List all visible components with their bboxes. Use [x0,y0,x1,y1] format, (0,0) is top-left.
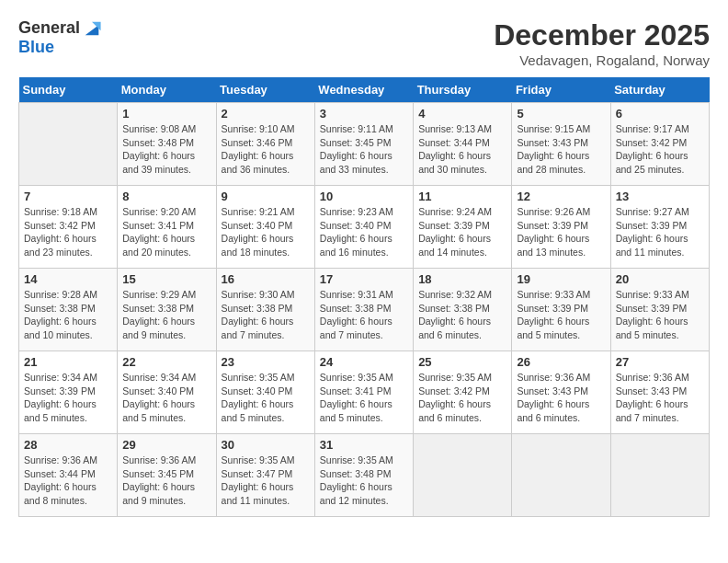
day-number: 25 [418,355,506,369]
day-info: Sunrise: 9:21 AMSunset: 3:40 PMDaylight:… [222,205,310,259]
calendar-cell: 9Sunrise: 9:21 AMSunset: 3:40 PMDaylight… [216,186,314,269]
day-number: 17 [320,272,408,286]
day-number: 8 [122,190,210,203]
day-number: 15 [122,272,210,286]
day-info: Sunrise: 9:31 AMSunset: 3:38 PMDaylight:… [320,288,408,342]
calendar-cell: 24Sunrise: 9:35 AMSunset: 3:41 PMDayligh… [314,351,413,434]
day-info: Sunrise: 9:17 AMSunset: 3:42 PMDaylight:… [616,122,704,177]
calendar-cell [414,434,512,517]
day-number: 13 [616,190,704,203]
calendar-body: 1Sunrise: 9:08 AMSunset: 3:48 PMDaylight… [19,103,710,517]
day-header-saturday: Saturday [610,77,709,103]
calendar-cell: 11Sunrise: 9:24 AMSunset: 3:39 PMDayligh… [414,186,512,269]
calendar-cell: 18Sunrise: 9:32 AMSunset: 3:38 PMDayligh… [414,269,512,351]
calendar-cell: 19Sunrise: 9:33 AMSunset: 3:39 PMDayligh… [512,269,610,351]
day-info: Sunrise: 9:35 AMSunset: 3:42 PMDaylight:… [418,371,506,425]
calendar-cell: 30Sunrise: 9:35 AMSunset: 3:47 PMDayligh… [216,434,314,517]
day-number: 30 [222,438,310,452]
calendar-cell: 16Sunrise: 9:30 AMSunset: 3:38 PMDayligh… [216,269,314,351]
calendar-cell: 6Sunrise: 9:17 AMSunset: 3:42 PMDaylight… [610,103,709,186]
logo-blue: Blue [18,39,102,57]
calendar-cell: 31Sunrise: 9:35 AMSunset: 3:48 PMDayligh… [314,434,413,517]
calendar-cell: 21Sunrise: 9:34 AMSunset: 3:39 PMDayligh… [19,351,118,434]
calendar-cell [610,434,709,517]
day-number: 3 [320,107,408,121]
week-row-4: 21Sunrise: 9:34 AMSunset: 3:39 PMDayligh… [19,351,710,434]
calendar-cell: 27Sunrise: 9:36 AMSunset: 3:43 PMDayligh… [610,351,709,434]
week-row-1: 1Sunrise: 9:08 AMSunset: 3:48 PMDaylight… [19,103,710,186]
week-row-3: 14Sunrise: 9:28 AMSunset: 3:38 PMDayligh… [19,269,710,351]
day-number: 22 [122,355,210,369]
day-number: 18 [418,272,506,286]
day-info: Sunrise: 9:28 AMSunset: 3:38 PMDaylight:… [24,288,112,342]
day-number: 6 [616,107,704,121]
day-number: 16 [222,272,310,286]
logo-general: General [18,19,80,38]
calendar-cell: 20Sunrise: 9:33 AMSunset: 3:39 PMDayligh… [610,269,709,351]
day-number: 23 [222,355,310,369]
calendar-cell: 13Sunrise: 9:27 AMSunset: 3:39 PMDayligh… [610,186,709,269]
day-info: Sunrise: 9:36 AMSunset: 3:43 PMDaylight:… [616,371,704,425]
day-info: Sunrise: 9:30 AMSunset: 3:38 PMDaylight:… [222,288,310,342]
day-number: 21 [24,355,112,369]
day-number: 7 [24,190,112,203]
day-info: Sunrise: 9:35 AMSunset: 3:41 PMDaylight:… [320,371,408,425]
calendar-header-row: SundayMondayTuesdayWednesdayThursdayFrid… [19,77,710,103]
day-header-wednesday: Wednesday [314,77,413,103]
logo-icon [82,18,102,39]
calendar-cell [19,103,118,186]
calendar-cell: 4Sunrise: 9:13 AMSunset: 3:44 PMDaylight… [414,103,512,186]
day-number: 11 [418,190,506,203]
day-number: 19 [517,272,605,286]
calendar-cell: 15Sunrise: 9:29 AMSunset: 3:38 PMDayligh… [118,269,216,351]
day-info: Sunrise: 9:13 AMSunset: 3:44 PMDaylight:… [418,122,506,177]
calendar-cell: 8Sunrise: 9:20 AMSunset: 3:41 PMDaylight… [118,186,216,269]
day-number: 12 [517,190,605,203]
day-header-monday: Monday [118,77,216,103]
logo: General Blue [18,18,102,57]
calendar-cell: 1Sunrise: 9:08 AMSunset: 3:48 PMDaylight… [118,103,216,186]
day-number: 24 [320,355,408,369]
calendar-cell: 22Sunrise: 9:34 AMSunset: 3:40 PMDayligh… [118,351,216,434]
day-info: Sunrise: 9:35 AMSunset: 3:47 PMDaylight:… [222,454,310,508]
svg-marker-0 [85,25,99,35]
day-info: Sunrise: 9:10 AMSunset: 3:46 PMDaylight:… [222,122,310,177]
day-info: Sunrise: 9:15 AMSunset: 3:43 PMDaylight:… [517,122,605,177]
month-title: December 2025 [494,18,710,52]
day-number: 14 [24,272,112,286]
week-row-5: 28Sunrise: 9:36 AMSunset: 3:44 PMDayligh… [19,434,710,517]
page-header: General Blue December 2025 Vedavagen, Ro… [18,18,710,68]
day-info: Sunrise: 9:32 AMSunset: 3:38 PMDaylight:… [418,288,506,342]
day-info: Sunrise: 9:26 AMSunset: 3:39 PMDaylight:… [517,205,605,259]
day-header-friday: Friday [512,77,610,103]
calendar-cell: 5Sunrise: 9:15 AMSunset: 3:43 PMDaylight… [512,103,610,186]
week-row-2: 7Sunrise: 9:18 AMSunset: 3:42 PMDaylight… [19,186,710,269]
day-number: 31 [320,438,408,452]
day-number: 10 [320,190,408,203]
day-info: Sunrise: 9:20 AMSunset: 3:41 PMDaylight:… [122,205,210,259]
calendar-cell: 28Sunrise: 9:36 AMSunset: 3:44 PMDayligh… [19,434,118,517]
day-info: Sunrise: 9:36 AMSunset: 3:43 PMDaylight:… [517,371,605,425]
day-info: Sunrise: 9:36 AMSunset: 3:45 PMDaylight:… [122,454,210,508]
title-block: December 2025 Vedavagen, Rogaland, Norwa… [494,18,710,68]
day-info: Sunrise: 9:34 AMSunset: 3:40 PMDaylight:… [122,371,210,425]
day-info: Sunrise: 9:11 AMSunset: 3:45 PMDaylight:… [320,122,408,177]
day-header-sunday: Sunday [19,77,118,103]
calendar-cell: 14Sunrise: 9:28 AMSunset: 3:38 PMDayligh… [19,269,118,351]
day-number: 5 [517,107,605,121]
day-info: Sunrise: 9:35 AMSunset: 3:40 PMDaylight:… [222,371,310,425]
day-info: Sunrise: 9:33 AMSunset: 3:39 PMDaylight:… [517,288,605,342]
calendar-cell: 26Sunrise: 9:36 AMSunset: 3:43 PMDayligh… [512,351,610,434]
calendar-cell: 12Sunrise: 9:26 AMSunset: 3:39 PMDayligh… [512,186,610,269]
day-number: 9 [222,190,310,203]
calendar-cell: 25Sunrise: 9:35 AMSunset: 3:42 PMDayligh… [414,351,512,434]
day-number: 20 [616,272,704,286]
day-info: Sunrise: 9:34 AMSunset: 3:39 PMDaylight:… [24,371,112,425]
day-number: 2 [222,107,310,121]
day-number: 26 [517,355,605,369]
day-info: Sunrise: 9:33 AMSunset: 3:39 PMDaylight:… [616,288,704,342]
day-info: Sunrise: 9:08 AMSunset: 3:48 PMDaylight:… [122,122,210,177]
day-info: Sunrise: 9:24 AMSunset: 3:39 PMDaylight:… [418,205,506,259]
day-number: 27 [616,355,704,369]
calendar-cell: 2Sunrise: 9:10 AMSunset: 3:46 PMDaylight… [216,103,314,186]
